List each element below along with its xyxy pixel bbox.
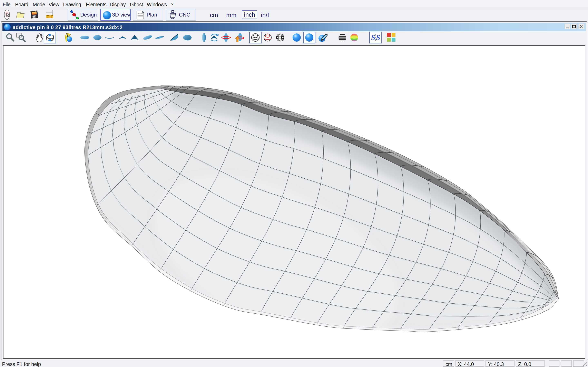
svg-text:0: 0 — [51, 16, 52, 18]
svg-text:S: S — [376, 33, 380, 42]
svg-text:1: 1 — [47, 16, 48, 18]
svg-text:S: S — [371, 33, 375, 42]
